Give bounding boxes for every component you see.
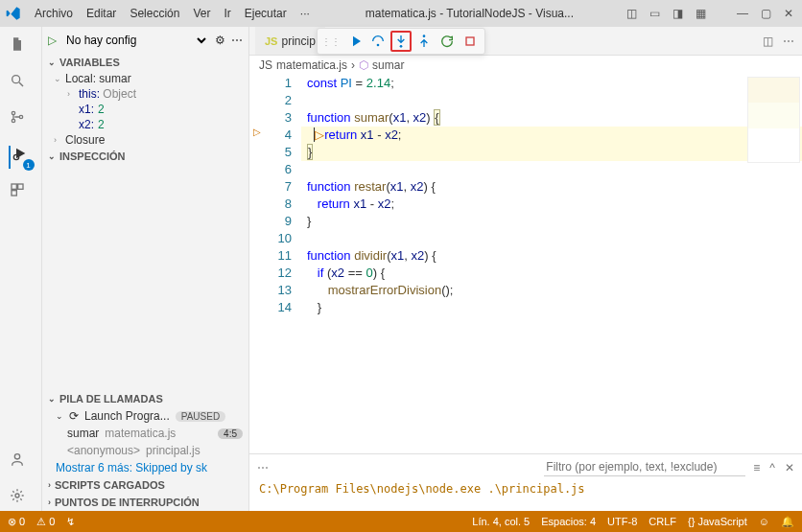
editor-area: JSprincip ⋮⋮ ◫ ⋯ JS matematica.js› ⬡ sum… xyxy=(249,27,802,511)
menu-ir[interactable]: Ir xyxy=(218,5,236,22)
run-debug-icon[interactable]: 1 xyxy=(9,146,32,169)
line-numbers: 1234567891011121314 xyxy=(269,75,301,453)
layout-controls: ◫ ▭ ◨ ▦ — ▢ ✕ xyxy=(624,6,796,21)
svg-rect-7 xyxy=(17,184,22,189)
svg-line-1 xyxy=(19,82,23,86)
svg-rect-14 xyxy=(466,37,474,45)
restart-icon[interactable] xyxy=(436,31,458,52)
debug-settings-gear-icon[interactable]: ⚙ xyxy=(215,34,225,47)
code-editor[interactable]: ▷ 1234567891011121314 const PI = 2.14; f… xyxy=(249,75,802,453)
tab-principal[interactable]: JSprincip xyxy=(255,27,325,55)
section-variables[interactable]: ⌄VARIABLES xyxy=(42,54,248,71)
debug-config-bar: ▷ No hay config ⚙ ⋯ xyxy=(42,27,248,54)
scope-closure[interactable]: ›Closure xyxy=(54,132,248,148)
debug-badge: 1 xyxy=(23,159,35,171)
status-bell-icon[interactable]: 🔔 xyxy=(781,516,794,528)
status-warnings[interactable]: ⚠ 0 xyxy=(36,516,55,528)
svg-point-13 xyxy=(423,35,426,37)
section-inspeccion[interactable]: ⌄INSPECCIÓN xyxy=(42,148,248,165)
svg-point-12 xyxy=(400,45,403,48)
debug-sidebar: ▷ No hay config ⚙ ⋯ ⌄VARIABLES ⌄Local: s… xyxy=(42,27,249,511)
menu-ejecutar[interactable]: Ejecutar xyxy=(239,5,293,22)
svg-point-11 xyxy=(377,44,380,47)
js-file-icon: JS xyxy=(259,58,272,72)
settings-gear-icon[interactable] xyxy=(10,488,33,511)
status-feedback-icon[interactable]: ☺ xyxy=(759,516,769,528)
filter-settings-icon[interactable]: ≡ xyxy=(753,461,760,474)
symbol-icon: ⬡ xyxy=(359,58,368,72)
extensions-icon[interactable] xyxy=(10,182,33,205)
panel: ⋯ ≡ ^ ✕ C:\Program Files\nodejs\node.exe… xyxy=(249,453,802,511)
split-editor-icon[interactable]: ◫ xyxy=(763,35,773,48)
section-callstack[interactable]: ⌄PILA DE LLAMADAS xyxy=(42,390,248,407)
menu-editar[interactable]: Editar xyxy=(81,5,122,22)
status-indent[interactable]: Espacios: 4 xyxy=(541,516,596,528)
debug-config-select[interactable]: No hay config xyxy=(62,33,209,48)
editor-tabs: JSprincip ⋮⋮ ◫ ⋯ xyxy=(249,27,802,56)
callstack-frame-1[interactable]: sumar matematica.js 4:5 xyxy=(42,425,248,442)
var-x2[interactable]: x2:2 xyxy=(54,117,248,132)
panel-maximize-icon[interactable]: ^ xyxy=(769,461,775,474)
step-over-icon[interactable] xyxy=(367,31,389,52)
drag-grip-icon[interactable]: ⋮⋮ xyxy=(321,36,341,47)
stop-icon[interactable] xyxy=(460,31,481,52)
panel-close-icon[interactable]: ✕ xyxy=(785,461,794,474)
menu-overflow[interactable]: ··· xyxy=(295,5,316,22)
svg-point-4 xyxy=(19,115,22,118)
minimap[interactable] xyxy=(747,77,800,163)
scope-local[interactable]: ⌄Local: sumar xyxy=(54,71,248,86)
menu-bar: Archivo Editar Selección Ver Ir Ejecutar… xyxy=(29,5,316,22)
svg-point-9 xyxy=(14,454,19,459)
accounts-icon[interactable] xyxy=(10,451,33,474)
status-errors[interactable]: ⊗ 0 xyxy=(8,516,25,528)
status-debug-icon[interactable]: ↯ xyxy=(66,516,75,528)
menu-ver[interactable]: Ver xyxy=(187,5,216,22)
toggle-panel-right-icon[interactable]: ◨ xyxy=(670,6,685,21)
debug-toolbar[interactable]: ⋮⋮ xyxy=(317,28,485,55)
callstack-skipped[interactable]: Mostrar 6 más: Skipped by sk xyxy=(42,459,248,476)
status-eol[interactable]: CRLF xyxy=(649,516,676,528)
source-control-icon[interactable] xyxy=(10,109,33,132)
svg-point-2 xyxy=(12,111,14,114)
var-this[interactable]: ›this: Object xyxy=(54,86,248,102)
status-lang[interactable]: {} JavaScript xyxy=(688,516,747,528)
close-icon[interactable]: ✕ xyxy=(781,6,796,21)
status-encoding[interactable]: UTF-8 xyxy=(607,516,637,528)
var-x1[interactable]: x1:2 xyxy=(54,102,248,117)
toggle-panel-left-icon[interactable]: ◫ xyxy=(624,6,639,21)
status-bar: ⊗ 0 ⚠ 0 ↯ Lín. 4, col. 5 Espacios: 4 UTF… xyxy=(0,511,802,532)
code-body[interactable]: const PI = 2.14; function sumar(x1, x2) … xyxy=(301,75,802,453)
tab-more-icon[interactable]: ⋯ xyxy=(783,35,794,48)
breakpoint-gutter[interactable]: ▷ xyxy=(249,75,269,453)
continue-icon[interactable] xyxy=(344,31,366,52)
vscode-logo-icon xyxy=(6,6,21,21)
variables-tree: ⌄Local: sumar ›this: Object x1:2 x2:2 ›C… xyxy=(42,71,248,148)
svg-rect-8 xyxy=(12,191,16,196)
callstack-frame-2[interactable]: <anonymous> principal.js xyxy=(42,442,248,459)
toggle-panel-bottom-icon[interactable]: ▭ xyxy=(647,6,662,21)
menu-archivo[interactable]: Archivo xyxy=(29,5,79,22)
filter-input[interactable] xyxy=(544,458,745,476)
section-scripts[interactable]: ›SCRIPTS CARGADOS xyxy=(42,476,248,494)
activity-bar: 1 xyxy=(0,27,42,511)
svg-point-10 xyxy=(15,494,19,497)
callstack-thread[interactable]: ⌄⟳ Launch Progra... PAUSED xyxy=(42,407,248,425)
minimize-icon[interactable]: — xyxy=(735,6,750,21)
status-cursor[interactable]: Lín. 4, col. 5 xyxy=(472,516,530,528)
current-exec-pointer-icon: ▷ xyxy=(249,127,269,137)
menu-seleccion[interactable]: Selección xyxy=(124,5,185,22)
start-debug-icon[interactable]: ▷ xyxy=(48,34,57,47)
panel-overflow-icon[interactable]: ⋯ xyxy=(257,461,269,474)
svg-point-3 xyxy=(12,119,14,122)
section-breakpoints[interactable]: ›PUNTOS DE INTERRUPCIÓN xyxy=(42,494,248,511)
debug-more-icon[interactable]: ⋯ xyxy=(231,34,243,47)
search-icon[interactable] xyxy=(10,73,33,96)
customize-layout-icon[interactable]: ▦ xyxy=(693,6,708,21)
step-out-icon[interactable] xyxy=(413,31,435,52)
maximize-icon[interactable]: ▢ xyxy=(758,6,773,21)
svg-rect-6 xyxy=(12,184,16,189)
window-title: matematica.js - TutorialNodeJS - Visua..… xyxy=(319,7,620,20)
breadcrumb[interactable]: JS matematica.js› ⬡ sumar xyxy=(249,56,802,75)
explorer-icon[interactable] xyxy=(10,36,33,59)
step-into-icon[interactable] xyxy=(390,31,412,52)
